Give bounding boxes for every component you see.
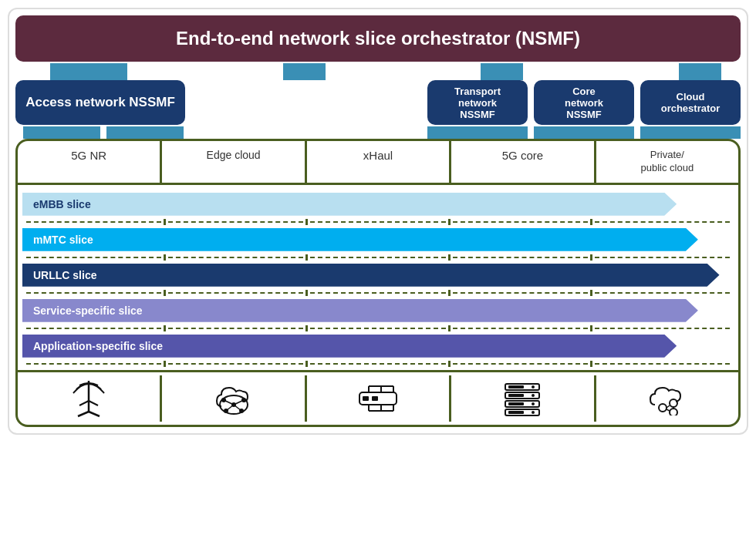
col-edge: Edge cloud: [162, 141, 306, 183]
server-icon-cell: [451, 375, 596, 422]
slice-embb-row: eMBB slice: [22, 191, 734, 217]
orchestrator-title: End-to-end network slice orchestrator (N…: [176, 28, 580, 49]
svg-rect-34: [508, 385, 524, 388]
svg-line-14: [234, 405, 241, 411]
svg-rect-36: [508, 402, 524, 405]
svg-line-42: [667, 409, 670, 411]
cloud-hub-icon: [214, 382, 254, 415]
dash-row-5: [22, 361, 734, 367]
slice-app-row: Application-specific slice: [22, 333, 734, 359]
slice-embb: eMBB slice: [22, 193, 677, 216]
connector-cloud: [679, 63, 721, 80]
svg-point-38: [659, 404, 667, 412]
svg-line-4: [89, 401, 98, 405]
svg-rect-17: [372, 396, 378, 401]
nssmf-core: Core network NSSMF: [534, 80, 634, 125]
col-privcloud: Private/public cloud: [596, 141, 738, 183]
connector-transport: [283, 63, 326, 80]
svg-point-31: [532, 394, 535, 397]
nssmf-access: Access network NSSMF: [15, 80, 185, 125]
antenna-icon: [72, 379, 106, 418]
conn2-edge: [106, 126, 184, 139]
dash-row-1: [22, 219, 734, 225]
dash-row-4: [22, 325, 734, 331]
antenna-icon-cell: [18, 375, 162, 422]
svg-rect-16: [363, 396, 369, 401]
col-5gnr: 5G NR: [18, 141, 162, 183]
svg-point-40: [670, 409, 677, 415]
server-icon: [502, 381, 542, 416]
nssmf-transport: Transport network NSSMF: [427, 80, 528, 125]
slice-mmtc: mMTC slice: [22, 228, 698, 251]
slice-urllc: URLLC slice: [22, 264, 720, 287]
dash-row-3: [22, 290, 734, 296]
connector-access: [50, 63, 127, 80]
dash-row-2: [22, 254, 734, 261]
main-content-section: 5G NR Edge cloud xHaul 5G core Private/p…: [15, 139, 741, 427]
cloud-network-icon: [647, 382, 687, 415]
conn2-core: [534, 126, 634, 139]
svg-line-1: [78, 412, 89, 416]
slice-service-row: Service-specific slice: [22, 298, 734, 324]
orchestrator-bar: End-to-end network slice orchestrator (N…: [15, 15, 741, 62]
network-switch-icon: [358, 382, 398, 415]
cloud-hub-icon-cell: [162, 375, 306, 422]
nssmf-cloud: Cloud orchestrator: [640, 80, 741, 125]
svg-line-12: [234, 400, 244, 405]
svg-line-11: [224, 400, 234, 405]
svg-point-30: [532, 385, 535, 388]
slice-urllc-row: URLLC slice: [22, 262, 734, 288]
cloud-network-icon-cell: [596, 375, 738, 422]
svg-rect-37: [508, 411, 524, 414]
svg-rect-35: [508, 394, 524, 397]
network-switch-icon-cell: [307, 375, 451, 422]
slice-service: Service-specific slice: [22, 299, 698, 322]
conn2-cloud: [640, 126, 741, 139]
slice-app: Application-specific slice: [22, 335, 677, 358]
conn2-5gnr: [23, 126, 100, 139]
conn2-transport: [427, 126, 528, 139]
slices-section: eMBB slice mMTC slice: [18, 185, 738, 370]
svg-point-32: [532, 402, 535, 405]
col-xhaul: xHaul: [307, 141, 451, 183]
slice-mmtc-row: mMTC slice: [22, 227, 734, 253]
svg-line-13: [226, 405, 234, 411]
svg-point-39: [670, 399, 677, 407]
icons-row: [18, 370, 738, 425]
svg-line-2: [89, 412, 100, 416]
svg-line-3: [79, 401, 89, 405]
col-5gcore: 5G core: [451, 141, 596, 183]
connector-core: [481, 63, 523, 80]
svg-point-33: [532, 411, 535, 414]
